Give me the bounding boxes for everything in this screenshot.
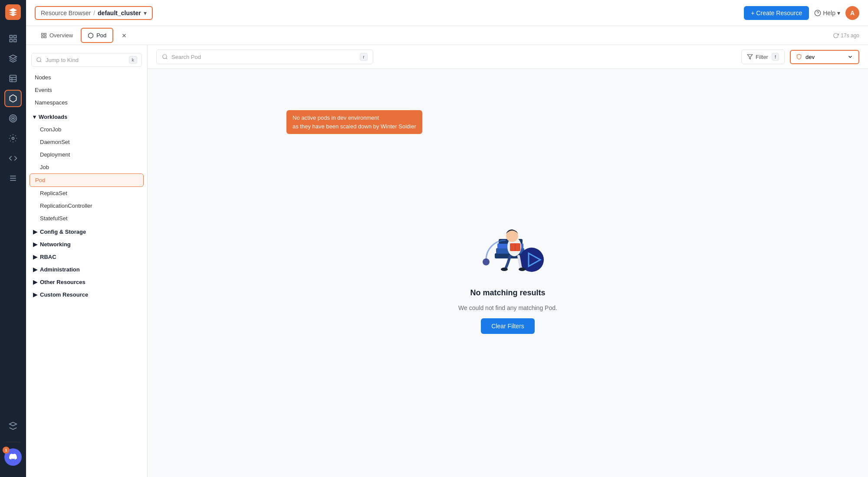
env-select[interactable]: dev: [790, 50, 859, 64]
svg-point-41: [519, 268, 526, 271]
svg-point-33: [483, 258, 490, 265]
sidebar-group-custom-resource-header[interactable]: ▶ Custom Resource: [26, 288, 147, 301]
env-chevron-icon: [847, 54, 853, 60]
administration-label: Administration: [40, 266, 80, 273]
discord-label: [9, 453, 17, 462]
svg-rect-21: [44, 36, 46, 38]
breadcrumb-cluster-label: default_cluster: [98, 10, 141, 16]
sidebar-group-workloads: ▾ Workloads CronJob DaemonSet Deployment…: [26, 110, 147, 225]
tab-bar: Overview Pod 17s ago: [26, 26, 868, 45]
other-resources-label: Other Resources: [40, 279, 85, 285]
breadcrumb: Resource Browser / default_cluster ▾: [35, 6, 153, 20]
nav-table-icon[interactable]: [4, 70, 22, 87]
sidebar-item-namespaces-label: Namespaces: [35, 99, 68, 106]
sidebar-item-namespaces[interactable]: Namespaces: [26, 96, 147, 109]
tooltip-line2: as they have been scaled down by Winter …: [293, 122, 416, 131]
breadcrumb-chevron-icon[interactable]: ▾: [144, 10, 147, 16]
filter-bar: Search Pod r Filter f dev: [148, 45, 868, 69]
sidebar-item-events[interactable]: Events: [26, 84, 147, 96]
svg-rect-1: [14, 36, 16, 38]
tooltip-box: No active pods in dev environment as the…: [286, 110, 422, 134]
sidebar-item-replicaset[interactable]: ReplicaSet: [26, 187, 147, 199]
sidebar-item-pod[interactable]: Pod: [30, 173, 144, 187]
tab-overview[interactable]: Overview: [35, 29, 79, 42]
sidebar-group-networking-header[interactable]: ▶ Networking: [26, 238, 147, 251]
breadcrumb-box[interactable]: Resource Browser / default_cluster ▾: [35, 6, 153, 20]
nav-stack-icon[interactable]: [4, 417, 22, 435]
tab-pod-label: Pod: [96, 32, 106, 39]
search-pod-input[interactable]: Search Pod r: [156, 49, 373, 64]
workloads-chevron-icon: ▾: [33, 114, 36, 120]
sidebar-item-cronjob[interactable]: CronJob: [26, 123, 147, 136]
svg-point-26: [163, 55, 167, 59]
config-storage-chevron-icon: ▶: [33, 229, 37, 235]
discord-button[interactable]: 1: [4, 448, 22, 466]
empty-state-title: No matching results: [470, 288, 545, 297]
nav-settings-gear-icon[interactable]: [4, 130, 22, 147]
tab-pod[interactable]: Pod: [81, 28, 113, 43]
main-wrapper: Resource Browser / default_cluster ▾ + C…: [26, 0, 868, 477]
tooltip-line1: No active pods in dev environment: [293, 114, 416, 122]
nav-layers-icon[interactable]: [4, 50, 22, 67]
search-pod-shortcut: r: [360, 53, 368, 61]
rbac-chevron-icon: ▶: [33, 254, 37, 260]
sidebar-search-bar: Jump to Kind k: [26, 49, 147, 70]
filter-button[interactable]: Filter f: [741, 49, 785, 64]
jump-to-kind-input[interactable]: Jump to Kind k: [31, 53, 142, 67]
logo-icon[interactable]: [5, 4, 21, 20]
breadcrumb-separator: /: [93, 10, 95, 16]
content-area: Jump to Kind k Nodes Events Namespaces: [26, 45, 868, 477]
discord-badge: 1: [3, 447, 10, 454]
empty-state: No matching results We could not find an…: [148, 69, 868, 477]
sidebar-item-deployment[interactable]: Deployment: [26, 148, 147, 161]
nav-grid-icon[interactable]: [4, 30, 22, 47]
header-actions: + Create Resource Help ▾ A: [744, 6, 859, 20]
help-label: Help: [823, 10, 835, 16]
svg-point-40: [501, 268, 508, 271]
sidebar-item-replicationcontroller[interactable]: ReplicationController: [26, 199, 147, 212]
sidebar-group-administration-header[interactable]: ▶ Administration: [26, 263, 147, 276]
sidebar-item-statefulset[interactable]: StatefulSet: [26, 212, 147, 225]
env-shield-icon: [796, 54, 802, 60]
workloads-label: Workloads: [39, 114, 67, 120]
icon-bar: 1: [0, 0, 26, 477]
main-panel: Search Pod r Filter f dev No active pods…: [148, 45, 868, 477]
search-icon: [36, 57, 42, 63]
create-resource-button[interactable]: + Create Resource: [744, 6, 809, 20]
nav-resource-icon[interactable]: [4, 90, 22, 107]
avatar[interactable]: A: [845, 6, 859, 20]
filter-icon: [747, 54, 753, 60]
tab-refresh[interactable]: 17s ago: [833, 33, 859, 39]
jump-to-kind-shortcut: k: [129, 56, 138, 64]
sidebar-item-nodes[interactable]: Nodes: [26, 71, 147, 84]
help-chevron-icon: ▾: [837, 10, 840, 16]
config-storage-label: Config & Storage: [40, 229, 86, 235]
administration-chevron-icon: ▶: [33, 266, 37, 273]
jump-to-kind-placeholder: Jump to Kind: [46, 57, 79, 63]
svg-rect-3: [14, 39, 16, 42]
sidebar-group-rbac-header[interactable]: ▶ RBAC: [26, 251, 147, 263]
sidebar: Jump to Kind k Nodes Events Namespaces: [26, 45, 148, 477]
sidebar-item-nodes-label: Nodes: [35, 74, 51, 81]
tab-close[interactable]: [115, 29, 133, 42]
svg-rect-2: [10, 39, 13, 42]
svg-rect-18: [42, 33, 43, 35]
nav-code-icon[interactable]: [4, 150, 22, 167]
sidebar-item-events-label: Events: [35, 87, 52, 93]
clear-filters-button[interactable]: Clear Filters: [481, 318, 534, 334]
sidebar-item-daemonset[interactable]: DaemonSet: [26, 136, 147, 148]
sidebar-group-other-resources-header[interactable]: ▶ Other Resources: [26, 276, 147, 288]
svg-rect-20: [42, 36, 43, 38]
sidebar-group-workloads-header[interactable]: ▾ Workloads: [26, 111, 147, 123]
nav-target-icon[interactable]: [4, 110, 22, 127]
svg-point-11: [12, 118, 13, 119]
help-button[interactable]: Help ▾: [814, 10, 840, 16]
breadcrumb-app-label: Resource Browser: [41, 10, 91, 16]
sidebar-item-job[interactable]: Job: [26, 161, 147, 173]
sidebar-group-config-storage-header[interactable]: ▶ Config & Storage: [26, 225, 147, 238]
refresh-label: 17s ago: [841, 33, 859, 39]
custom-resource-chevron-icon: ▶: [33, 291, 37, 298]
search-pod-placeholder: Search Pod: [171, 54, 201, 60]
svg-point-24: [37, 58, 41, 62]
nav-settings-icon[interactable]: [4, 170, 22, 187]
